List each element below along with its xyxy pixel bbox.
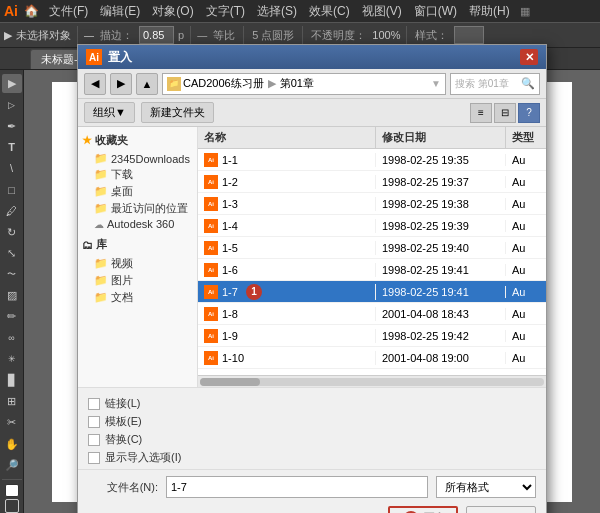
cancel-button[interactable]: 取消: [466, 506, 536, 513]
file-name-cell: Ai1-4: [198, 219, 376, 233]
slice-tool[interactable]: ✂: [2, 413, 22, 432]
tool-divider: [2, 479, 22, 480]
file-name-cell: Ai1-6: [198, 263, 376, 277]
stroke-icon: —: [84, 30, 94, 41]
pen-tool[interactable]: ✒: [2, 116, 22, 135]
type-tool[interactable]: T: [2, 138, 22, 157]
dialog-title: 置入: [108, 49, 520, 66]
tree-label: 视频: [111, 256, 133, 271]
menu-file[interactable]: 文件(F): [43, 0, 94, 22]
fill-color[interactable]: [5, 484, 19, 498]
tree-item-video[interactable]: 📁 视频: [82, 255, 193, 272]
file-name-cell: Ai1-5: [198, 241, 376, 255]
blend-tool[interactable]: ∞: [2, 328, 22, 347]
tree-item-recent[interactable]: 📁 最近访问的位置: [82, 200, 193, 217]
file-name: 1-7: [222, 286, 238, 298]
menu-window[interactable]: 窗口(W): [408, 0, 463, 22]
library-header[interactable]: 🗂 库: [82, 237, 193, 252]
file-type-cell: Au: [506, 286, 546, 298]
new-folder-button[interactable]: 新建文件夹: [141, 102, 214, 123]
style-label: 样式：: [413, 28, 450, 43]
back-button[interactable]: ◀: [84, 73, 106, 95]
button-row: 2 置入 取消: [88, 506, 536, 513]
tree-label: 最近访问的位置: [111, 201, 188, 216]
menu-view[interactable]: 视图(V): [356, 0, 408, 22]
menu-effect[interactable]: 效果(C): [303, 0, 356, 22]
stroke-unit: p: [178, 29, 184, 41]
file-row[interactable]: Ai1-11998-02-25 19:35Au: [198, 149, 546, 171]
filename-input[interactable]: [166, 476, 428, 498]
file-row[interactable]: Ai1-31998-02-25 19:38Au: [198, 193, 546, 215]
file-row[interactable]: Ai1-82001-04-08 18:43Au: [198, 303, 546, 325]
hand-tool[interactable]: ✋: [2, 434, 22, 453]
file-row[interactable]: Ai1-61998-02-25 19:41Au: [198, 259, 546, 281]
dialog-close-button[interactable]: ✕: [520, 49, 538, 65]
col-type-header: 类型: [506, 127, 546, 148]
opacity-value: 100%: [372, 29, 400, 41]
menu-select[interactable]: 选择(S): [251, 0, 303, 22]
gradient-tool[interactable]: ▨: [2, 286, 22, 305]
folder-icon: 📁: [94, 291, 108, 304]
help-button[interactable]: ?: [518, 103, 540, 123]
replace-checkbox[interactable]: [88, 434, 100, 446]
checkbox-link: 链接(L): [88, 396, 536, 411]
file-row[interactable]: Ai1-21998-02-25 19:37Au: [198, 171, 546, 193]
file-row[interactable]: Ai1-102001-04-08 19:00Au: [198, 347, 546, 369]
list-view-button[interactable]: ≡: [470, 103, 492, 123]
ratio-label: 等比: [211, 28, 237, 43]
horizontal-scrollbar[interactable]: [198, 375, 546, 387]
warp-tool[interactable]: 〜: [2, 265, 22, 284]
tree-item-xiazai[interactable]: 📁 下载: [82, 166, 193, 183]
link-checkbox[interactable]: [88, 398, 100, 410]
symbol-tool[interactable]: ✳: [2, 350, 22, 369]
format-select[interactable]: 所有格式: [436, 476, 536, 498]
rotate-tool[interactable]: ↻: [2, 222, 22, 241]
up-button[interactable]: ▲: [136, 73, 158, 95]
direct-select-tool[interactable]: ▷: [2, 95, 22, 114]
tree-item-desktop[interactable]: 📁 桌面: [82, 183, 193, 200]
favorites-header[interactable]: ★ 收藏夹: [82, 133, 193, 148]
file-type-cell: Au: [506, 198, 546, 210]
menu-edit[interactable]: 编辑(E): [94, 0, 146, 22]
organize-button[interactable]: 组织▼: [84, 102, 135, 123]
file-list: Ai1-11998-02-25 19:35AuAi1-21998-02-25 1…: [198, 149, 546, 375]
file-name: 1-10: [222, 352, 244, 364]
file-name-cell: Ai1-1: [198, 153, 376, 167]
artboard-tool[interactable]: ⊞: [2, 392, 22, 411]
details-view-button[interactable]: ⊟: [494, 103, 516, 123]
file-name-cell: Ai1-71: [198, 284, 376, 300]
menu-home-icon[interactable]: 🏠: [24, 4, 39, 18]
template-label: 模板(E): [105, 414, 142, 429]
file-row[interactable]: Ai1-51998-02-25 19:40Au: [198, 237, 546, 259]
stroke-color[interactable]: [5, 499, 19, 513]
menu-text[interactable]: 文字(T): [200, 0, 251, 22]
file-row[interactable]: Ai1-41998-02-25 19:39Au: [198, 215, 546, 237]
scroll-track: [200, 378, 544, 386]
menu-help[interactable]: 帮助(H): [463, 0, 516, 22]
rect-tool[interactable]: □: [2, 180, 22, 199]
line-tool[interactable]: \: [2, 159, 22, 178]
path-dropdown-icon[interactable]: ▼: [431, 78, 441, 89]
options-checkbox[interactable]: [88, 452, 100, 464]
forward-button[interactable]: ▶: [110, 73, 132, 95]
brush-tool[interactable]: 🖊: [2, 201, 22, 220]
zoom-tool[interactable]: 🔎: [2, 456, 22, 475]
select-tool[interactable]: ▶: [2, 74, 22, 93]
eyedropper-tool[interactable]: ✏: [2, 307, 22, 326]
stroke-input[interactable]: [139, 26, 174, 44]
template-checkbox[interactable]: [88, 416, 100, 428]
tree-item-pictures[interactable]: 📁 图片: [82, 272, 193, 289]
tree-item-autodesk[interactable]: ☁ Autodesk 360: [82, 217, 193, 231]
file-type-cell: Au: [506, 330, 546, 342]
file-row[interactable]: Ai1-711998-02-25 19:41Au: [198, 281, 546, 303]
column-tool[interactable]: ▊: [2, 371, 22, 390]
scale-tool[interactable]: ⤡: [2, 244, 22, 263]
tree-label: 下载: [111, 167, 133, 182]
file-row[interactable]: Ai1-91998-02-25 19:42Au: [198, 325, 546, 347]
place-button[interactable]: 2 置入: [388, 506, 458, 513]
menu-object[interactable]: 对象(O): [146, 0, 199, 22]
scroll-thumb[interactable]: [200, 378, 260, 386]
tree-item-downloads[interactable]: 📁 2345Downloads: [82, 151, 193, 166]
file-date-cell: 1998-02-25 19:39: [376, 220, 506, 232]
tree-item-docs[interactable]: 📁 文档: [82, 289, 193, 306]
